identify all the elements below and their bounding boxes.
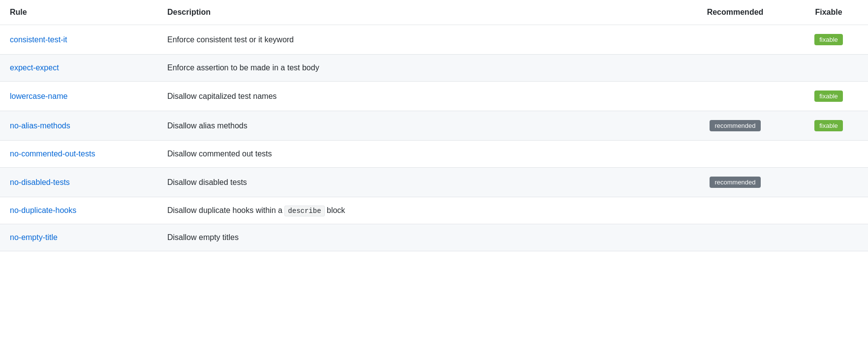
recommended-cell: recommended bbox=[681, 168, 789, 197]
table-row: no-empty-titleDisallow empty titles bbox=[0, 224, 868, 251]
rule-cell: no-duplicate-hooks bbox=[0, 197, 157, 224]
rule-cell: expect-expect bbox=[0, 55, 157, 82]
recommended-cell bbox=[681, 55, 789, 82]
description-cell: Enforce consistent test or it keyword bbox=[157, 25, 681, 55]
table-row: consistent-test-itEnforce consistent tes… bbox=[0, 25, 868, 55]
fixable-cell: fixable bbox=[789, 82, 868, 111]
rule-link[interactable]: consistent-test-it bbox=[10, 35, 67, 44]
header-row: Rule Description Recommended Fixable bbox=[0, 0, 868, 25]
fixable-cell bbox=[789, 197, 868, 224]
description-cell: Disallow alias methods bbox=[157, 111, 681, 141]
recommended-badge: recommended bbox=[710, 177, 760, 188]
description-cell: Enforce assertion to be made in a test b… bbox=[157, 55, 681, 82]
rule-link[interactable]: no-disabled-tests bbox=[10, 178, 70, 186]
recommended-cell bbox=[681, 25, 789, 55]
col-header-rule: Rule bbox=[0, 0, 157, 25]
rules-table: Rule Description Recommended Fixable con… bbox=[0, 0, 868, 251]
table-row: no-commented-out-testsDisallow commented… bbox=[0, 141, 868, 168]
col-header-fixable: Fixable bbox=[789, 0, 868, 25]
col-header-description: Description bbox=[157, 0, 681, 25]
table-row: expect-expectEnforce assertion to be mad… bbox=[0, 55, 868, 82]
rule-cell: consistent-test-it bbox=[0, 25, 157, 55]
description-cell: Disallow disabled tests bbox=[157, 168, 681, 197]
rule-link[interactable]: no-alias-methods bbox=[10, 121, 70, 130]
rule-cell: no-empty-title bbox=[0, 224, 157, 251]
fixable-cell bbox=[789, 141, 868, 168]
fixable-badge: fixable bbox=[814, 120, 843, 131]
inline-code: describe bbox=[284, 206, 324, 216]
table-row: no-duplicate-hooksDisallow duplicate hoo… bbox=[0, 197, 868, 224]
rule-link[interactable]: expect-expect bbox=[10, 63, 59, 72]
rule-cell: no-disabled-tests bbox=[0, 168, 157, 197]
rule-cell: no-commented-out-tests bbox=[0, 141, 157, 168]
fixable-cell bbox=[789, 168, 868, 197]
fixable-cell: fixable bbox=[789, 111, 868, 141]
recommended-cell bbox=[681, 82, 789, 111]
recommended-cell bbox=[681, 197, 789, 224]
fixable-badge: fixable bbox=[814, 90, 843, 102]
fixable-cell: fixable bbox=[789, 25, 868, 55]
recommended-cell bbox=[681, 141, 789, 168]
rule-cell: no-alias-methods bbox=[0, 111, 157, 141]
recommended-cell: recommended bbox=[681, 111, 789, 141]
description-cell: Disallow commented out tests bbox=[157, 141, 681, 168]
rules-table-container: Rule Description Recommended Fixable con… bbox=[0, 0, 868, 361]
description-cell: Disallow duplicate hooks within a descri… bbox=[157, 197, 681, 224]
rule-cell: lowercase-name bbox=[0, 82, 157, 111]
table-row: no-alias-methodsDisallow alias methodsre… bbox=[0, 111, 868, 141]
table-header: Rule Description Recommended Fixable bbox=[0, 0, 868, 25]
rule-link[interactable]: no-empty-title bbox=[10, 233, 58, 241]
recommended-badge: recommended bbox=[710, 120, 760, 131]
col-header-recommended: Recommended bbox=[681, 0, 789, 25]
fixable-cell bbox=[789, 55, 868, 82]
rule-link[interactable]: no-commented-out-tests bbox=[10, 150, 95, 158]
description-cell: Disallow capitalized test names bbox=[157, 82, 681, 111]
table-row: lowercase-nameDisallow capitalized test … bbox=[0, 82, 868, 111]
table-row: no-disabled-testsDisallow disabled tests… bbox=[0, 168, 868, 197]
rule-link[interactable]: lowercase-name bbox=[10, 92, 67, 100]
recommended-cell bbox=[681, 224, 789, 251]
table-body: consistent-test-itEnforce consistent tes… bbox=[0, 25, 868, 251]
description-cell: Disallow empty titles bbox=[157, 224, 681, 251]
fixable-cell bbox=[789, 224, 868, 251]
rule-link[interactable]: no-duplicate-hooks bbox=[10, 206, 76, 214]
fixable-badge: fixable bbox=[814, 34, 843, 45]
